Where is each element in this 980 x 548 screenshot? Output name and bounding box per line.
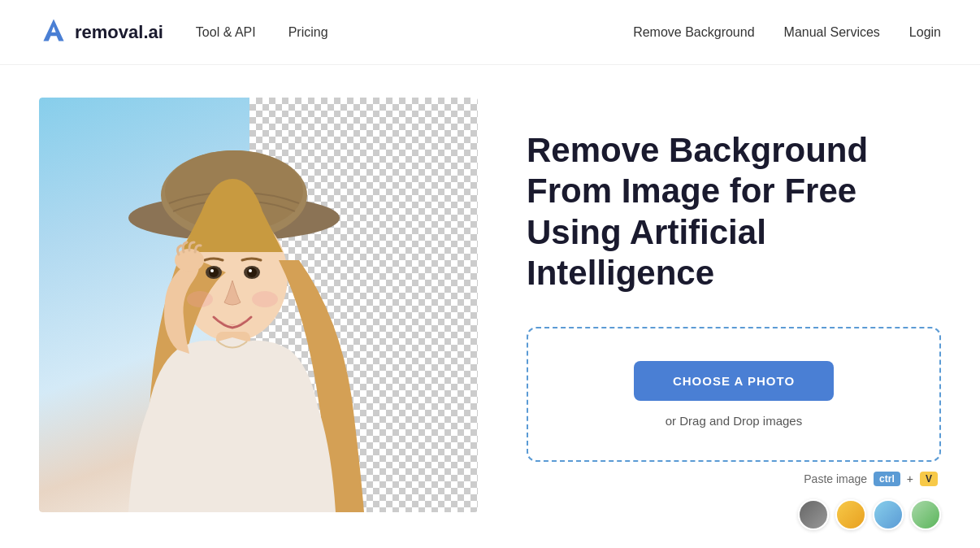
nav-remove-background[interactable]: Remove Background: [633, 25, 754, 40]
svg-point-6: [209, 267, 219, 277]
hero-title: Remove Background From Image for Free Us…: [527, 130, 941, 294]
plus-sign: +: [907, 472, 913, 485]
hero-image-container: [39, 98, 478, 512]
nav-right: Remove Background Manual Services Login: [633, 25, 941, 40]
sample-avatar-2: [835, 499, 866, 530]
woman-illustration: [39, 98, 478, 512]
sample-avatar-1: [798, 499, 829, 530]
hero-image: [39, 98, 478, 512]
nav-manual-services[interactable]: Manual Services: [784, 25, 880, 40]
ctrl-key: ctrl: [874, 472, 900, 486]
upload-area[interactable]: CHOOSE A PHOTO or Drag and Drop images: [527, 327, 941, 462]
drag-drop-text: or Drag and Drop images: [666, 414, 802, 428]
navbar: removal.ai Tool & API Pricing Remove Bac…: [0, 0, 980, 65]
logo-text: removal.ai: [75, 22, 163, 43]
nav-tool-api[interactable]: Tool & API: [196, 25, 256, 40]
choose-photo-button[interactable]: CHOOSE A PHOTO: [634, 361, 834, 401]
sample-avatar-3: [873, 499, 904, 530]
logo[interactable]: removal.ai: [39, 16, 163, 49]
paste-label: Paste image: [804, 472, 867, 485]
nav-login[interactable]: Login: [909, 25, 941, 40]
right-panel: Remove Background From Image for Free Us…: [527, 98, 941, 530]
nav-pricing[interactable]: Pricing: [288, 25, 328, 40]
svg-point-9: [247, 267, 257, 277]
paste-row: Paste image ctrl + V: [527, 472, 941, 486]
sample-avatars-row: [527, 499, 941, 530]
svg-point-10: [249, 269, 252, 272]
nav-left: removal.ai Tool & API Pricing: [39, 16, 328, 49]
svg-point-7: [210, 269, 214, 272]
main-content: Remove Background From Image for Free Us…: [0, 65, 980, 548]
v-key: V: [920, 472, 938, 486]
logo-icon: [39, 16, 68, 49]
sample-avatar-4: [910, 499, 941, 530]
svg-point-12: [252, 291, 278, 307]
svg-point-11: [187, 291, 213, 307]
